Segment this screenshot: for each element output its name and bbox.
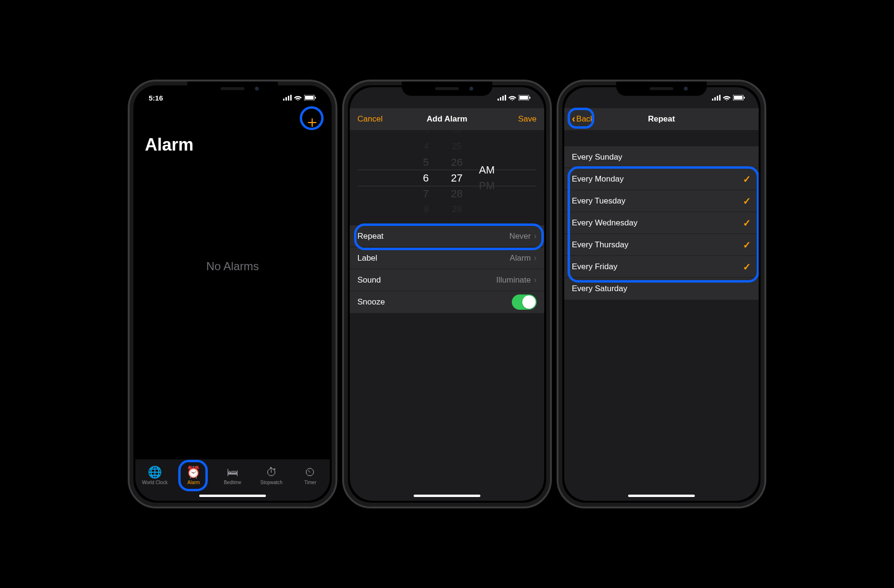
cancel-button[interactable]: Cancel: [357, 114, 391, 124]
wifi-icon: [294, 95, 302, 101]
svg-rect-16: [717, 96, 718, 101]
day-label: Every Monday: [572, 174, 624, 184]
svg-rect-2: [288, 96, 289, 101]
cellular-icon: [712, 95, 721, 101]
status-time: 5:16: [149, 94, 163, 102]
day-label: Every Tuesday: [572, 196, 625, 206]
add-alarm-button[interactable]: ＋: [304, 111, 320, 133]
day-label: Every Friday: [572, 262, 617, 272]
notch: [402, 81, 492, 96]
cell-label: Sound: [357, 275, 381, 285]
nav-title: Repeat: [648, 114, 675, 124]
chevron-right-icon: ›: [534, 253, 537, 263]
battery-icon: [518, 95, 531, 101]
day-row[interactable]: Every Wednesday✓: [564, 212, 759, 234]
repeat-screen: ‹Back Repeat Every SundayEvery Monday✓Ev…: [564, 87, 759, 501]
day-row[interactable]: Every Sunday: [564, 146, 759, 168]
bed-icon: 🛏: [227, 466, 238, 479]
notch: [616, 81, 707, 96]
page-title: Alarm: [135, 133, 330, 160]
checkmark-icon: ✓: [743, 217, 751, 229]
home-indicator[interactable]: [199, 495, 266, 497]
timer-icon: ⏲: [305, 466, 316, 479]
svg-rect-6: [315, 97, 316, 99]
day-row[interactable]: Every Monday✓: [564, 168, 759, 190]
tab-bedtime[interactable]: 🛏 Bedtime: [213, 459, 252, 491]
svg-rect-1: [285, 97, 287, 101]
back-button[interactable]: ‹Back: [572, 113, 605, 125]
time-picker[interactable]: 3 4 5 6 7 8 9 24 25 26 27 28 29 30 AM PM: [350, 130, 544, 225]
snooze-row: Snooze: [350, 291, 544, 313]
stopwatch-icon: ⏱: [266, 466, 277, 479]
chevron-right-icon: ›: [534, 231, 537, 241]
svg-rect-19: [734, 96, 742, 100]
svg-rect-15: [714, 97, 716, 101]
picker-ampm-column[interactable]: AM PM: [474, 130, 544, 225]
picker-hour-column[interactable]: 3 4 5 6 7 8 9: [350, 130, 439, 225]
svg-rect-7: [498, 99, 499, 101]
tab-label: World Clock: [142, 480, 168, 485]
phone-frame-3: ‹Back Repeat Every SundayEvery Monday✓Ev…: [557, 80, 766, 508]
svg-rect-9: [502, 96, 504, 101]
day-label: Every Sunday: [572, 152, 622, 162]
svg-rect-8: [500, 97, 501, 101]
status-icons: [283, 95, 316, 101]
battery-icon: [304, 95, 316, 101]
day-label: Every Thursday: [572, 240, 629, 250]
alarm-icon: ⏰: [186, 466, 201, 479]
alarm-list-screen: 5:16 ＋ Alarm No Alarms 🌐 World Clock ⏰ A…: [135, 87, 330, 501]
cellular-icon: [498, 95, 506, 101]
day-row[interactable]: Every Thursday✓: [564, 234, 759, 256]
status-icons: [498, 95, 531, 101]
snooze-toggle[interactable]: [512, 294, 537, 310]
home-indicator[interactable]: [414, 495, 480, 497]
svg-rect-10: [505, 95, 506, 101]
nav-bar: Cancel Add Alarm Save: [350, 108, 544, 130]
days-group: Every SundayEvery Monday✓Every Tuesday✓E…: [564, 146, 759, 300]
svg-rect-13: [529, 97, 530, 99]
header-actions: ＋: [135, 108, 330, 133]
svg-rect-17: [719, 95, 721, 101]
checkmark-icon: ✓: [743, 173, 751, 185]
checkmark-icon: ✓: [743, 195, 751, 207]
checkmark-icon: ✓: [743, 239, 751, 251]
globe-icon: 🌐: [148, 466, 162, 479]
tab-stopwatch[interactable]: ⏱ Stopwatch: [252, 459, 291, 491]
day-row[interactable]: Every Tuesday✓: [564, 190, 759, 212]
status-icons: [712, 95, 745, 101]
tab-world-clock[interactable]: 🌐 World Clock: [135, 459, 174, 491]
day-label: Every Saturday: [572, 284, 627, 294]
chevron-right-icon: ›: [534, 275, 537, 285]
svg-rect-0: [283, 99, 284, 101]
day-row[interactable]: Every Saturday: [564, 278, 759, 300]
cell-label: Label: [357, 253, 377, 263]
save-button[interactable]: Save: [503, 114, 537, 124]
phone-frame-1: 5:16 ＋ Alarm No Alarms 🌐 World Clock ⏰ A…: [128, 80, 337, 508]
back-label: Back: [576, 114, 594, 123]
cell-value: Alarm: [510, 253, 531, 263]
cell-value: Illuminate: [496, 275, 531, 285]
chevron-left-icon: ‹: [572, 113, 575, 125]
label-row[interactable]: Label Alarm ›: [350, 247, 544, 269]
empty-state: No Alarms: [135, 160, 330, 459]
tab-timer[interactable]: ⏲ Timer: [291, 459, 330, 491]
picker-minute-column[interactable]: 24 25 26 27 28 29 30: [439, 130, 474, 225]
repeat-row[interactable]: Repeat Never ›: [350, 225, 544, 247]
svg-rect-14: [712, 99, 713, 101]
day-row[interactable]: Every Friday✓: [564, 256, 759, 278]
svg-rect-20: [744, 97, 745, 99]
svg-rect-5: [305, 96, 314, 100]
cellular-icon: [283, 95, 292, 101]
notch: [187, 81, 278, 96]
cell-label: Snooze: [357, 297, 385, 307]
cell-label: Repeat: [357, 232, 384, 241]
home-indicator[interactable]: [628, 495, 695, 497]
sound-row[interactable]: Sound Illuminate ›: [350, 269, 544, 291]
tab-alarm[interactable]: ⏰ Alarm: [174, 459, 213, 491]
nav-bar: ‹Back Repeat: [564, 108, 759, 130]
day-label: Every Wednesday: [572, 218, 638, 228]
tab-label: Bedtime: [224, 480, 242, 485]
tab-label: Timer: [305, 480, 316, 485]
cell-value: Never: [509, 232, 531, 241]
checkmark-icon: ✓: [743, 261, 751, 273]
